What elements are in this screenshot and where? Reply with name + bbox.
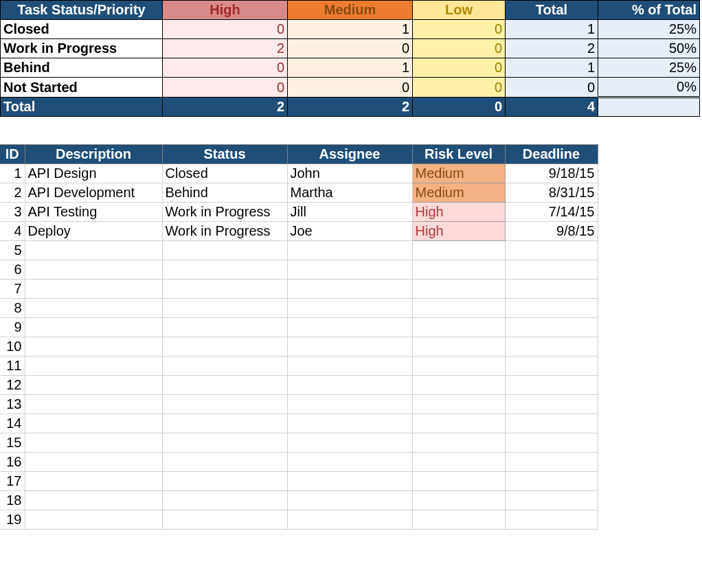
summary-cell-low[interactable]: 0 xyxy=(413,39,506,58)
detail-cell-id[interactable]: 14 xyxy=(0,414,25,433)
detail-cell-deadline[interactable]: 9/8/15 xyxy=(505,222,598,241)
detail-cell-deadline[interactable]: 7/14/15 xyxy=(505,203,598,222)
detail-cell-status[interactable]: Closed xyxy=(162,164,287,183)
detail-cell-description[interactable] xyxy=(25,260,162,280)
detail-cell-status[interactable] xyxy=(162,337,287,357)
detail-cell-status[interactable] xyxy=(162,453,287,472)
detail-cell-risk[interactable] xyxy=(412,280,505,299)
detail-cell-assignee[interactable] xyxy=(287,299,412,318)
detail-cell-id[interactable]: 1 xyxy=(0,164,25,183)
detail-cell-description[interactable] xyxy=(25,280,162,299)
detail-cell-id[interactable]: 4 xyxy=(0,222,25,241)
detail-cell-risk[interactable] xyxy=(412,376,505,395)
detail-cell-risk[interactable] xyxy=(412,395,505,414)
summary-cell-high[interactable]: 2 xyxy=(163,39,288,58)
detail-cell-id[interactable]: 11 xyxy=(0,357,25,376)
detail-cell-assignee[interactable]: Martha xyxy=(287,183,412,203)
detail-cell-risk[interactable] xyxy=(412,241,505,260)
summary-cell-total[interactable]: 2 xyxy=(506,39,598,58)
summary-cell-total[interactable]: 1 xyxy=(506,20,598,39)
summary-cell-pct[interactable]: 0% xyxy=(598,78,700,98)
detail-cell-assignee[interactable] xyxy=(287,337,412,357)
detail-cell-id[interactable]: 17 xyxy=(0,472,25,491)
detail-cell-deadline[interactable] xyxy=(505,241,598,260)
detail-cell-deadline[interactable] xyxy=(505,414,598,433)
detail-cell-description[interactable]: API Design xyxy=(25,164,162,183)
detail-cell-assignee[interactable]: Jill xyxy=(287,203,412,222)
detail-cell-id[interactable]: 6 xyxy=(0,260,25,280)
detail-cell-assignee[interactable] xyxy=(287,357,412,376)
detail-cell-status[interactable] xyxy=(162,414,287,433)
detail-cell-risk[interactable] xyxy=(412,491,505,510)
detail-cell-assignee[interactable] xyxy=(287,433,412,453)
detail-cell-description[interactable] xyxy=(25,453,162,472)
summary-cell-high[interactable]: 0 xyxy=(163,58,288,78)
detail-cell-description[interactable] xyxy=(25,318,162,337)
detail-cell-deadline[interactable]: 8/31/15 xyxy=(505,183,598,203)
detail-cell-id[interactable]: 7 xyxy=(0,280,25,299)
summary-cell-medium[interactable]: 1 xyxy=(288,58,413,78)
detail-cell-status[interactable] xyxy=(162,433,287,453)
detail-cell-deadline[interactable]: 9/18/15 xyxy=(505,164,598,183)
summary-cell-high[interactable]: 0 xyxy=(163,78,288,98)
detail-cell-deadline[interactable] xyxy=(505,260,598,280)
detail-cell-id[interactable]: 2 xyxy=(0,183,25,203)
detail-cell-description[interactable] xyxy=(25,395,162,414)
summary-cell-pct[interactable]: 25% xyxy=(598,58,700,78)
detail-cell-assignee[interactable] xyxy=(287,241,412,260)
detail-cell-status[interactable] xyxy=(162,510,287,530)
detail-cell-deadline[interactable] xyxy=(505,337,598,357)
detail-cell-status[interactable]: Behind xyxy=(162,183,287,203)
detail-cell-deadline[interactable] xyxy=(505,510,598,530)
summary-cell-low[interactable]: 0 xyxy=(413,78,506,98)
detail-cell-description[interactable] xyxy=(25,357,162,376)
detail-cell-assignee[interactable] xyxy=(287,395,412,414)
detail-cell-id[interactable]: 10 xyxy=(0,337,25,357)
summary-cell-total[interactable]: 0 xyxy=(506,78,598,98)
detail-cell-risk[interactable] xyxy=(412,453,505,472)
detail-cell-risk[interactable] xyxy=(412,299,505,318)
detail-cell-assignee[interactable] xyxy=(287,376,412,395)
detail-cell-id[interactable]: 8 xyxy=(0,299,25,318)
detail-cell-status[interactable] xyxy=(162,395,287,414)
detail-cell-id[interactable]: 9 xyxy=(0,318,25,337)
detail-cell-risk[interactable]: High xyxy=(412,222,505,241)
detail-cell-id[interactable]: 13 xyxy=(0,395,25,414)
detail-cell-status[interactable] xyxy=(162,357,287,376)
detail-cell-deadline[interactable] xyxy=(505,299,598,318)
summary-cell-medium[interactable]: 1 xyxy=(288,20,413,39)
detail-cell-assignee[interactable] xyxy=(287,260,412,280)
detail-cell-description[interactable] xyxy=(25,376,162,395)
detail-cell-risk[interactable]: Medium xyxy=(412,183,505,203)
detail-cell-assignee[interactable] xyxy=(287,414,412,433)
detail-cell-deadline[interactable] xyxy=(505,491,598,510)
summary-cell-pct[interactable]: 25% xyxy=(598,20,700,39)
detail-cell-risk[interactable] xyxy=(412,472,505,491)
detail-cell-assignee[interactable]: John xyxy=(287,164,412,183)
detail-cell-deadline[interactable] xyxy=(505,318,598,337)
detail-cell-risk[interactable] xyxy=(412,318,505,337)
detail-cell-description[interactable]: API Development xyxy=(25,183,162,203)
detail-cell-status[interactable] xyxy=(162,280,287,299)
detail-cell-id[interactable]: 19 xyxy=(0,510,25,530)
detail-cell-assignee[interactable] xyxy=(287,510,412,530)
detail-cell-id[interactable]: 12 xyxy=(0,376,25,395)
detail-cell-risk[interactable] xyxy=(412,510,505,530)
detail-cell-description[interactable] xyxy=(25,414,162,433)
detail-cell-risk[interactable] xyxy=(412,414,505,433)
detail-cell-description[interactable]: API Testing xyxy=(25,203,162,222)
detail-cell-deadline[interactable] xyxy=(505,395,598,414)
detail-cell-status[interactable] xyxy=(162,472,287,491)
detail-cell-status[interactable] xyxy=(162,299,287,318)
detail-cell-id[interactable]: 5 xyxy=(0,241,25,260)
summary-cell-high[interactable]: 0 xyxy=(163,20,288,39)
detail-cell-status[interactable] xyxy=(162,491,287,510)
detail-cell-description[interactable] xyxy=(25,510,162,530)
detail-cell-risk[interactable] xyxy=(412,260,505,280)
detail-cell-deadline[interactable] xyxy=(505,357,598,376)
detail-cell-risk[interactable] xyxy=(412,337,505,357)
summary-cell-low[interactable]: 0 xyxy=(413,20,506,39)
detail-cell-deadline[interactable] xyxy=(505,472,598,491)
summary-cell-medium[interactable]: 0 xyxy=(288,39,413,58)
detail-cell-risk[interactable] xyxy=(412,357,505,376)
